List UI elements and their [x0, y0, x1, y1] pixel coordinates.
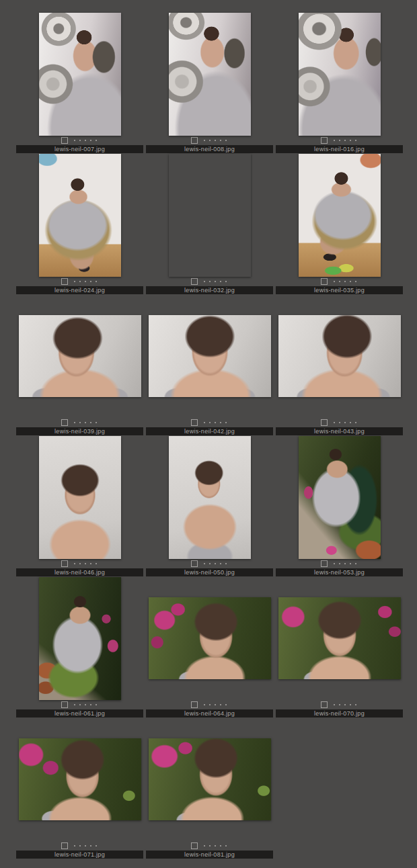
filename-bar: lewis-neil-024.jpg: [16, 286, 143, 294]
rating-dots-icon[interactable]: [203, 421, 229, 424]
filename-label: lewis-neil-007.jpg: [54, 145, 105, 153]
rating-dots-icon[interactable]: [73, 703, 99, 706]
thumb-meta-row: [146, 842, 273, 849]
thumb-meta-row: [276, 137, 403, 144]
thumbnail-grid-row: lewis-neil-039.jpg lewis-neil-042.jpg: [16, 294, 403, 435]
thumb-meta-row: [146, 419, 273, 426]
select-checkbox-icon[interactable]: [321, 137, 328, 144]
thumbnail-cell: lewis-neil-039.jpg: [16, 294, 143, 435]
photo-thumbnail[interactable]: [278, 597, 401, 679]
select-checkbox-icon[interactable]: [191, 560, 198, 567]
filename-label: lewis-neil-039.jpg: [54, 427, 105, 435]
select-checkbox-icon[interactable]: [191, 137, 198, 144]
photo-thumbnail[interactable]: [299, 154, 381, 277]
filename-label: lewis-neil-035.jpg: [314, 286, 365, 294]
photo-thumbnail[interactable]: [39, 577, 121, 700]
rating-dots-icon[interactable]: [73, 562, 99, 565]
filename-bar: lewis-neil-070.jpg: [276, 709, 403, 718]
rating-dots-icon[interactable]: [203, 139, 229, 142]
photo-area: [16, 435, 143, 559]
photo-thumbnail[interactable]: [169, 13, 251, 136]
select-checkbox-icon[interactable]: [191, 842, 198, 849]
photo-thumbnail[interactable]: [39, 13, 121, 136]
filename-label: lewis-neil-064.jpg: [184, 709, 235, 718]
select-checkbox-icon[interactable]: [321, 419, 328, 426]
thumbnail-cell: lewis-neil-043.jpg: [276, 294, 403, 435]
photo-thumbnail[interactable]: [19, 738, 141, 820]
photo-thumbnail[interactable]: [39, 154, 121, 277]
select-checkbox-icon[interactable]: [191, 278, 198, 285]
thumb-meta-row: [146, 278, 273, 285]
select-checkbox-icon[interactable]: [61, 842, 68, 849]
filename-label: lewis-neil-016.jpg: [314, 145, 365, 153]
thumbnail-cell: lewis-neil-071.jpg: [16, 718, 143, 859]
filename-label: lewis-neil-043.jpg: [314, 427, 365, 435]
rating-dots-icon[interactable]: [73, 421, 99, 424]
select-checkbox-icon[interactable]: [61, 278, 68, 285]
select-checkbox-icon[interactable]: [61, 419, 68, 426]
thumb-meta-row: [276, 701, 403, 708]
photo-thumbnail[interactable]: [278, 315, 401, 397]
filename-bar: lewis-neil-016.jpg: [276, 145, 403, 153]
filename-bar: lewis-neil-007.jpg: [16, 145, 143, 153]
photo-thumbnail[interactable]: [299, 436, 381, 559]
thumbnail-cell: lewis-neil-024.jpg: [16, 153, 143, 294]
rating-dots-icon[interactable]: [73, 844, 99, 847]
photo-thumbnail[interactable]: [149, 738, 271, 820]
rating-dots-icon[interactable]: [203, 844, 229, 847]
thumbnail-grid-row: lewis-neil-024.jpg lewis-neil-032.jpg: [16, 153, 403, 294]
photo-area: [16, 153, 143, 277]
photo-thumbnail[interactable]: [19, 315, 141, 397]
rating-dots-icon[interactable]: [203, 703, 229, 706]
thumb-meta-row: [276, 560, 403, 567]
thumb-meta-row: [146, 701, 273, 708]
rating-dots-icon[interactable]: [333, 562, 358, 565]
select-checkbox-icon[interactable]: [61, 701, 68, 708]
photo-area: [276, 12, 403, 136]
select-checkbox-icon[interactable]: [191, 419, 198, 426]
filename-bar: lewis-neil-032.jpg: [146, 286, 273, 294]
select-checkbox-icon[interactable]: [61, 560, 68, 567]
rating-dots-icon[interactable]: [333, 280, 358, 283]
select-checkbox-icon[interactable]: [321, 278, 328, 285]
thumb-meta-row: [276, 278, 403, 285]
photo-thumbnail[interactable]: [39, 436, 121, 559]
photo-area: [276, 294, 403, 418]
rating-dots-icon[interactable]: [73, 280, 99, 283]
rating-dots-icon[interactable]: [203, 280, 229, 283]
rating-dots-icon[interactable]: [333, 139, 358, 142]
photo-area: [146, 435, 273, 559]
filename-label: lewis-neil-008.jpg: [184, 145, 235, 153]
select-checkbox-icon[interactable]: [191, 701, 198, 708]
thumbnail-cell: lewis-neil-032.jpg: [146, 153, 273, 294]
thumbnail-cell: lewis-neil-050.jpg: [146, 435, 273, 576]
select-checkbox-icon[interactable]: [321, 560, 328, 567]
filename-bar: lewis-neil-042.jpg: [146, 427, 273, 435]
filename-bar: lewis-neil-043.jpg: [276, 427, 403, 435]
photo-thumbnail[interactable]: [149, 315, 271, 397]
select-checkbox-icon[interactable]: [61, 137, 68, 144]
photo-thumbnail[interactable]: [169, 436, 251, 559]
filename-bar: lewis-neil-053.jpg: [276, 568, 403, 576]
rating-dots-icon[interactable]: [333, 703, 358, 706]
rating-dots-icon[interactable]: [203, 562, 229, 565]
rating-dots-icon[interactable]: [333, 421, 358, 424]
photo-area: [146, 12, 273, 136]
filename-label: lewis-neil-081.jpg: [184, 851, 235, 859]
thumb-meta-row: [146, 137, 273, 144]
photo-area: [16, 718, 143, 841]
thumbnail-cell: lewis-neil-008.jpg: [146, 12, 273, 153]
filename-label: lewis-neil-050.jpg: [184, 568, 235, 576]
photo-area: [146, 294, 273, 418]
select-checkbox-icon[interactable]: [321, 701, 328, 708]
thumbnail-cell: lewis-neil-035.jpg: [276, 153, 403, 294]
filename-label: lewis-neil-042.jpg: [184, 427, 235, 435]
photo-thumbnail[interactable]: [169, 154, 251, 277]
rating-dots-icon[interactable]: [73, 139, 99, 142]
filename-label: lewis-neil-071.jpg: [54, 851, 105, 859]
photo-thumbnail[interactable]: [149, 597, 271, 679]
filename-bar: lewis-neil-061.jpg: [16, 709, 143, 718]
photo-area: [16, 12, 143, 136]
photo-thumbnail[interactable]: [299, 13, 381, 136]
thumbnail-cell: lewis-neil-016.jpg: [276, 12, 403, 153]
